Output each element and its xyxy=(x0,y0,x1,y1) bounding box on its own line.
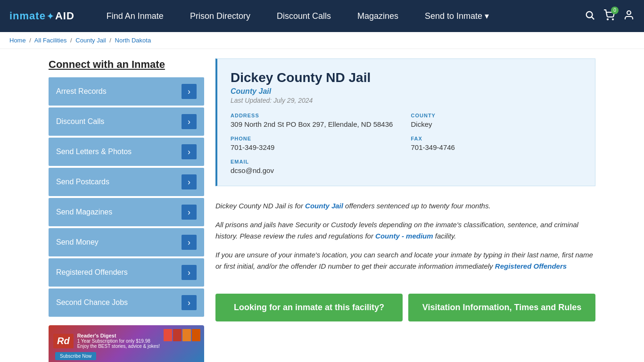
facility-name: Dickey County ND Jail xyxy=(231,70,582,85)
nav-icons: 0 xyxy=(585,9,635,23)
fax-value: 701-349-4746 xyxy=(411,143,582,151)
sidebar-item-label: Registered Offenders xyxy=(56,268,128,277)
facility-fax-block: FAX 701-349-4746 xyxy=(411,136,582,151)
nav-magazines[interactable]: Magazines xyxy=(344,11,412,21)
breadcrumb-county-jail[interactable]: County Jail xyxy=(75,37,106,44)
facility-email-block: EMAIL dcso@nd.gov xyxy=(231,159,402,174)
facility-type: County Jail xyxy=(231,87,582,96)
nav-links: Find An Inmate Prison Directory Discount… xyxy=(93,11,585,21)
email-label: EMAIL xyxy=(231,159,402,165)
breadcrumb-sep-3: / xyxy=(109,37,111,44)
sidebar-arrow-icon: › xyxy=(182,84,197,99)
facility-description: Dickey County ND Jail is for County Jail… xyxy=(215,196,595,284)
description-para1: Dickey County ND Jail is for County Jail… xyxy=(215,200,595,212)
sidebar-item-send-magazines[interactable]: Send Magazines › xyxy=(49,198,204,226)
nav-find-inmate[interactable]: Find An Inmate xyxy=(93,11,177,21)
sidebar-item-label: Send Magazines xyxy=(56,208,112,216)
facility-address-block: ADDRESS 309 North 2nd St PO Box 297, Ell… xyxy=(231,113,402,128)
sidebar-arrow-icon: › xyxy=(182,114,197,129)
sidebar-item-label: Send Money xyxy=(56,238,99,247)
main-nav: inmate✦AID Find An Inmate Prison Directo… xyxy=(0,0,644,32)
sidebar-arrow-icon: › xyxy=(182,295,197,310)
address-value: 309 North 2nd St PO Box 297, Ellendale, … xyxy=(231,120,402,128)
logo-text: inmate✦AID xyxy=(9,10,74,22)
sidebar-item-discount-calls[interactable]: Discount Calls › xyxy=(49,107,204,136)
sidebar-arrow-icon: › xyxy=(182,235,197,250)
breadcrumb-home[interactable]: Home xyxy=(9,37,26,44)
cart-badge: 0 xyxy=(611,7,619,14)
description-para3: If you are unsure of your inmate's locat… xyxy=(215,249,595,272)
user-button[interactable] xyxy=(623,9,635,23)
facility-phone-block: PHONE 701-349-3249 xyxy=(231,136,402,151)
county-jail-link[interactable]: County Jail xyxy=(305,202,343,210)
phone-label: PHONE xyxy=(231,136,402,141)
sidebar-item-label: Discount Calls xyxy=(56,117,104,126)
sidebar-item-label: Second Chance Jobs xyxy=(56,298,128,307)
email-value: dcso@nd.gov xyxy=(231,166,402,174)
breadcrumb-sep-1: / xyxy=(29,37,31,44)
county-medium-link[interactable]: County - medium xyxy=(375,232,433,240)
svg-point-3 xyxy=(612,19,613,20)
logo-bird-icon: ✦ xyxy=(47,12,54,21)
sidebar-item-second-chance-jobs[interactable]: Second Chance Jobs › xyxy=(49,288,204,317)
county-value: Dickey xyxy=(411,120,582,128)
search-icon xyxy=(585,10,595,20)
nav-prison-directory[interactable]: Prison Directory xyxy=(177,11,264,21)
sidebar-arrow-icon: › xyxy=(182,174,197,189)
sidebar-item-label: Arrest Records xyxy=(56,87,107,96)
main-content: Dickey County ND Jail County Jail Last U… xyxy=(215,58,595,362)
description-para2: All prisons and jails have Security or C… xyxy=(215,219,595,242)
sidebar-item-arrest-records[interactable]: Arrest Records › xyxy=(49,77,204,106)
sidebar-arrow-icon: › xyxy=(182,144,197,159)
svg-point-0 xyxy=(586,11,593,17)
svg-line-1 xyxy=(592,17,594,19)
facility-updated: Last Updated: July 29, 2024 xyxy=(231,97,582,104)
sidebar-item-label: Send Postcards xyxy=(56,178,109,186)
facility-card: Dickey County ND Jail County Jail Last U… xyxy=(215,58,595,186)
county-label: COUNTY xyxy=(411,113,582,118)
svg-point-2 xyxy=(607,19,608,20)
sidebar: Connect with an Inmate Arrest Records › … xyxy=(49,58,204,362)
address-label: ADDRESS xyxy=(231,113,402,118)
user-icon xyxy=(623,9,635,21)
nav-send-to-inmate[interactable]: Send to Inmate ▾ xyxy=(412,11,502,21)
sidebar-item-send-letters[interactable]: Send Letters & Photos › xyxy=(49,138,204,166)
facility-county-block: COUNTY Dickey xyxy=(411,113,582,128)
visitation-button[interactable]: Visitation Information, Times and Rules xyxy=(408,294,595,321)
sidebar-title: Connect with an Inmate xyxy=(49,58,204,71)
phone-value: 701-349-3249 xyxy=(231,143,402,151)
find-inmate-button[interactable]: Looking for an inmate at this facility? xyxy=(215,294,403,321)
facility-info-grid: ADDRESS 309 North 2nd St PO Box 297, Ell… xyxy=(231,113,582,174)
cart-button[interactable]: 0 xyxy=(603,9,615,23)
svg-point-4 xyxy=(627,11,631,15)
breadcrumb: Home / All Facilities / County Jail / No… xyxy=(0,32,644,49)
breadcrumb-sep-2: / xyxy=(70,37,72,44)
sidebar-advertisement[interactable]: Rd Reader's Digest 1 Year Subscription f… xyxy=(49,325,204,362)
sidebar-item-label: Send Letters & Photos xyxy=(56,148,132,156)
fax-label: FAX xyxy=(411,136,582,141)
registered-offenders-link[interactable]: Registered Offenders xyxy=(495,262,567,270)
breadcrumb-all-facilities[interactable]: All Facilities xyxy=(34,37,67,44)
sidebar-item-send-money[interactable]: Send Money › xyxy=(49,228,204,256)
sidebar-item-send-postcards[interactable]: Send Postcards › xyxy=(49,168,204,196)
sidebar-arrow-icon: › xyxy=(182,265,197,280)
sidebar-arrow-icon: › xyxy=(182,205,197,220)
bottom-buttons: Looking for an inmate at this facility? … xyxy=(215,294,595,321)
nav-discount-calls[interactable]: Discount Calls xyxy=(264,11,344,21)
sidebar-menu: Arrest Records › Discount Calls › Send L… xyxy=(49,77,204,317)
search-button[interactable] xyxy=(585,10,595,23)
sidebar-item-registered-offenders[interactable]: Registered Offenders › xyxy=(49,258,204,287)
logo[interactable]: inmate✦AID xyxy=(9,10,74,22)
breadcrumb-state[interactable]: North Dakota xyxy=(115,37,151,44)
main-layout: Connect with an Inmate Arrest Records › … xyxy=(39,58,605,362)
